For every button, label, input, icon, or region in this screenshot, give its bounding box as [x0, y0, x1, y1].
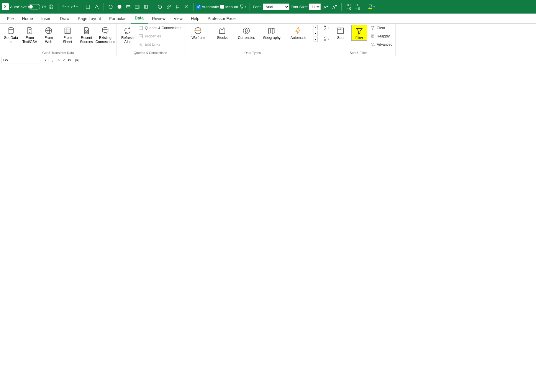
svg-rect-4 [135, 5, 139, 9]
tab-view[interactable]: View [170, 14, 187, 24]
stocks-icon [217, 26, 227, 35]
group-data-types: Wolfram Stocks Currencies Geography Auto… [184, 24, 321, 56]
svg-rect-6 [145, 5, 148, 9]
ribbon-tabs: File Home Insert Draw Page Layout Formul… [0, 14, 536, 24]
stocks-button[interactable]: Stocks [212, 25, 233, 40]
existing-connections-button[interactable]: ExistingConnections [97, 25, 113, 44]
qat-icon-1[interactable] [84, 3, 92, 11]
paint-format-icon[interactable]: ▾ [239, 3, 247, 11]
qat-icon-3[interactable] [107, 3, 114, 11]
sort-icon: A Z [336, 26, 345, 35]
manual-checkbox[interactable]: Manual [220, 5, 238, 9]
svg-rect-3 [127, 6, 130, 8]
tab-home[interactable]: Home [18, 14, 37, 24]
currencies-button[interactable]: Currencies [236, 25, 257, 40]
tab-review[interactable]: Review [148, 14, 170, 24]
group-label: Data Types [187, 50, 318, 55]
decrease-decimal-icon[interactable]: .00→0 [353, 3, 361, 11]
qat-icon-10[interactable] [174, 3, 181, 11]
from-textcsv-button[interactable]: FromText/CSV [22, 25, 38, 44]
group-queries-connections: RefreshAll ▾ Queries & Connections Prope… [117, 24, 184, 56]
qat-icon-9[interactable] [165, 3, 173, 11]
table-icon [63, 26, 72, 35]
from-sheet-button[interactable]: FromSheet [60, 25, 76, 44]
group-label: Get & Transform Data [3, 50, 113, 55]
currencies-icon [242, 26, 251, 35]
group-label: Sort & Filter [324, 50, 392, 55]
database-link-icon [101, 26, 110, 35]
svg-rect-8 [368, 8, 372, 9]
fx-icon[interactable]: fx [68, 58, 71, 62]
tab-help[interactable]: Help [187, 14, 204, 24]
filter-button[interactable]: Filter [351, 25, 367, 41]
qat-icon-6[interactable] [133, 3, 141, 11]
save-icon[interactable] [47, 3, 55, 11]
refresh-icon [123, 26, 132, 35]
tab-formulas[interactable]: Formulas [105, 14, 130, 24]
wolfram-icon [193, 26, 203, 35]
group-sort-filter: AZ↓ ZA↓ A ZSort Filter Clear Reapply Adv… [321, 24, 396, 56]
chevron-down-icon[interactable]: ▾ [45, 59, 46, 62]
sort-asc-button[interactable]: AZ↓ [324, 25, 330, 31]
increase-decimal-icon[interactable]: .00←0 [345, 3, 352, 11]
font-label: Font: [253, 5, 262, 9]
lightning-icon [294, 26, 303, 35]
clear-icon [370, 26, 375, 30]
queries-connections-button[interactable]: Queries & Connections [138, 25, 181, 31]
enter-formula-icon[interactable]: ✓ [63, 58, 66, 62]
tab-draw[interactable]: Draw [56, 14, 74, 24]
increase-font-icon[interactable]: A▴ [322, 3, 330, 11]
tab-page-layout[interactable]: Page Layout [74, 14, 105, 24]
tab-file[interactable]: File [3, 14, 18, 24]
font-name-select[interactable]: Arial [263, 4, 289, 10]
fill-color-icon[interactable]: ▾ [367, 3, 375, 11]
formula-bar: B5 ▾ ⋮ ✕ ✓ fx [0, 56, 536, 64]
cancel-formula-icon[interactable]: ✕ [57, 58, 60, 62]
tab-insert[interactable]: Insert [37, 14, 56, 24]
automatic-datatype-button[interactable]: Automatic [286, 25, 310, 40]
qat-icon-8[interactable] [156, 3, 164, 11]
get-data-button[interactable]: Get Data ▾ [3, 25, 19, 44]
map-icon [267, 26, 276, 35]
advanced-icon [370, 42, 375, 47]
autosave-state: Off [42, 5, 46, 9]
undo-button[interactable]: ▾ [61, 3, 69, 11]
autosave-toggle[interactable]: AutoSave Off [10, 4, 46, 9]
svg-rect-14 [139, 26, 142, 30]
database-icon [6, 26, 16, 35]
tab-professor-excel[interactable]: Professor Excel [204, 14, 241, 24]
qat-icon-11[interactable] [183, 3, 190, 11]
clear-filter-button[interactable]: Clear [370, 25, 392, 31]
redo-button[interactable]: ▾ [70, 3, 78, 11]
properties-button: Properties [138, 33, 181, 39]
decrease-font-icon[interactable]: A▾ [331, 3, 338, 11]
sort-button[interactable]: A ZSort [332, 25, 348, 40]
from-web-button[interactable]: FromWeb [41, 25, 57, 44]
qat-icon-7[interactable] [142, 3, 150, 11]
wolfram-button[interactable]: Wolfram [187, 25, 209, 40]
qat-icon-5[interactable] [124, 3, 132, 11]
advanced-button[interactable]: Advanced [370, 41, 392, 48]
name-box[interactable]: B5 ▾ [1, 57, 48, 63]
svg-rect-0 [86, 5, 90, 9]
toggle-switch-icon[interactable] [28, 4, 40, 9]
scroll-more-icon[interactable]: ▾ [314, 37, 318, 42]
qat-icon-4[interactable] [116, 3, 123, 11]
automatic-checkbox[interactable]: Automatic [196, 5, 219, 9]
tab-data[interactable]: Data [131, 14, 148, 24]
svg-point-2 [118, 5, 121, 9]
refresh-all-button[interactable]: RefreshAll ▾ [119, 25, 135, 44]
geography-button[interactable]: Geography [260, 25, 283, 40]
recent-sources-button[interactable]: RecentSources [78, 25, 94, 44]
name-box-value: B5 [3, 58, 8, 62]
sort-desc-button[interactable]: ZA↓ [324, 35, 330, 42]
scroll-down-icon[interactable]: ▾ [314, 31, 318, 36]
font-size-select[interactable]: 10 [309, 4, 321, 10]
scroll-up-icon[interactable]: ▴ [314, 25, 318, 30]
link-icon [138, 42, 143, 47]
group-get-transform: Get Data ▾ FromText/CSV FromWeb FromShee… [0, 24, 117, 56]
funnel-icon [355, 26, 364, 36]
qat-icon-2[interactable] [93, 3, 101, 11]
reapply-button[interactable]: Reapply [370, 33, 392, 39]
formula-input[interactable] [73, 58, 536, 62]
